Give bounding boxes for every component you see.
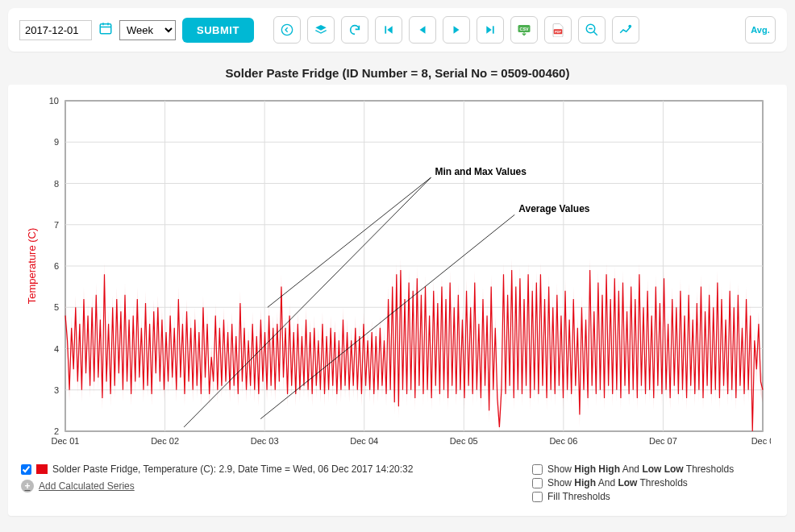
fill-thresholds-label: Fill Thresholds (547, 491, 610, 502)
svg-text:Dec 05: Dec 05 (450, 436, 478, 446)
svg-text:10: 10 (49, 96, 59, 106)
svg-line-58 (268, 177, 431, 307)
svg-text:5: 5 (54, 302, 59, 312)
chart-settings-icon[interactable] (612, 16, 639, 44)
svg-line-17 (593, 31, 597, 35)
legend-text: Solder Paste Fridge, Temperature (C): 2.… (52, 463, 413, 475)
svg-rect-11 (493, 26, 494, 33)
plus-icon: + (21, 480, 34, 493)
show-hhll-label: Show High High And Low Low Thresholds (547, 463, 734, 475)
svg-marker-10 (486, 26, 491, 33)
svg-text:Dec 03: Dec 03 (251, 436, 279, 446)
svg-point-19 (628, 25, 631, 28)
svg-text:Min and Max Values: Min and Max Values (435, 166, 527, 177)
line-chart: 2345678910Dec 01Dec 02Dec 03Dec 04Dec 05… (21, 93, 771, 455)
svg-text:9: 9 (54, 137, 59, 147)
svg-text:Dec 06: Dec 06 (549, 436, 577, 446)
show-hl-label: Show High And Low Thresholds (547, 477, 688, 488)
svg-text:Dec 04: Dec 04 (350, 436, 378, 446)
prev-icon[interactable] (409, 16, 436, 44)
svg-marker-7 (387, 26, 392, 33)
refresh-icon[interactable] (341, 16, 368, 44)
svg-marker-5 (315, 25, 326, 31)
svg-text:Average Values: Average Values (518, 203, 590, 214)
top-toolbar: Week SUBMIT CSV PDF Avg. (8, 8, 787, 52)
legend-checkbox[interactable] (21, 464, 31, 475)
calendar-icon[interactable] (98, 21, 113, 39)
svg-rect-6 (385, 26, 386, 33)
svg-rect-0 (100, 23, 111, 33)
avg-button[interactable]: Avg. (745, 16, 776, 44)
submit-button[interactable]: SUBMIT (182, 18, 254, 43)
svg-text:2: 2 (54, 426, 59, 436)
chart-title: Solder Paste Fridge (ID Number = 8, Seri… (8, 66, 787, 80)
svg-marker-9 (453, 26, 459, 33)
show-hl-checkbox[interactable] (532, 478, 543, 488)
chart-footer: Solder Paste Fridge, Temperature (C): 2.… (21, 463, 774, 505)
pdf-export-icon[interactable]: PDF (544, 16, 572, 44)
csv-export-icon[interactable]: CSV (510, 16, 538, 44)
svg-text:Temperature (C): Temperature (C) (26, 228, 38, 305)
chart-card: 2345678910Dec 01Dec 02Dec 03Dec 04Dec 05… (8, 85, 787, 516)
svg-text:8: 8 (54, 179, 59, 189)
svg-text:CSV: CSV (519, 27, 528, 31)
next-icon[interactable] (443, 16, 470, 44)
svg-marker-8 (419, 26, 425, 33)
svg-text:Dec 07: Dec 07 (649, 436, 677, 446)
show-hhll-checkbox[interactable] (532, 464, 543, 475)
legend-item: Solder Paste Fridge, Temperature (C): 2.… (21, 463, 532, 475)
svg-text:Dec 02: Dec 02 (151, 436, 179, 446)
svg-text:Dec 0: Dec 0 (751, 436, 771, 446)
date-input[interactable] (19, 20, 92, 40)
svg-text:PDF: PDF (555, 30, 562, 34)
svg-text:7: 7 (54, 220, 59, 230)
svg-text:3: 3 (54, 385, 59, 395)
layers-icon[interactable] (307, 16, 335, 44)
svg-point-4 (281, 24, 292, 35)
add-calculated-series-link[interactable]: + Add Calculated Series (21, 480, 532, 493)
period-select[interactable]: Week (119, 20, 176, 40)
last-icon[interactable] (477, 16, 504, 44)
svg-text:6: 6 (54, 261, 59, 271)
fill-thresholds-checkbox[interactable] (532, 492, 543, 502)
zoom-out-icon[interactable] (578, 16, 606, 44)
svg-text:4: 4 (54, 344, 59, 354)
back-arrow-icon[interactable] (273, 16, 301, 44)
svg-text:Dec 01: Dec 01 (52, 436, 80, 446)
first-icon[interactable] (375, 16, 402, 44)
legend-swatch (36, 464, 48, 474)
